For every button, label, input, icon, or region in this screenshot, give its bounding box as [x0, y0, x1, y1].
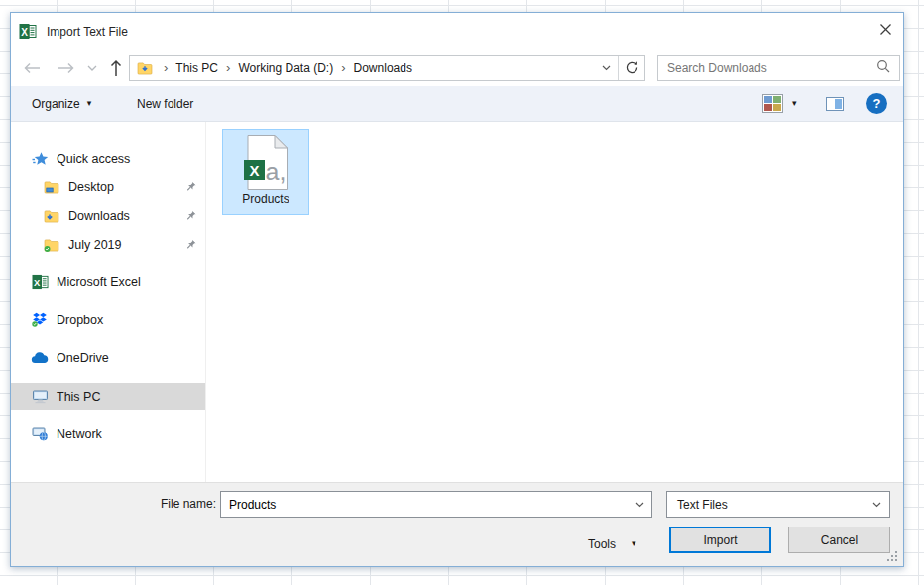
sidebar-item-july-2019[interactable]: July 2019 — [11, 231, 205, 258]
sidebar-item-label: Quick access — [57, 152, 130, 166]
recent-locations-chevron-icon[interactable] — [85, 57, 99, 80]
window-title: Import Text File — [47, 25, 128, 39]
sidebar-item-this-pc[interactable]: This PC — [11, 383, 205, 410]
quick-access-star-icon — [31, 151, 49, 167]
pin-icon — [181, 208, 199, 226]
title-bar: X Import Text File — [11, 13, 903, 51]
new-folder-label: New folder — [137, 97, 193, 111]
file-name-input[interactable] — [221, 498, 628, 512]
chevron-down-icon: ▾ — [87, 99, 92, 108]
search-input[interactable] — [667, 61, 876, 75]
preview-pane-button[interactable] — [826, 86, 844, 121]
back-arrow-icon[interactable] — [20, 57, 44, 80]
file-name-field-label: File name: — [11, 497, 216, 511]
breadcrumb-separator: › — [158, 60, 173, 75]
sidebar-item-label: Downloads — [68, 209, 130, 223]
excel-icon: X — [31, 274, 49, 290]
chevron-down-icon: ▾ — [792, 99, 797, 108]
breadcrumb-separator: › — [220, 60, 236, 75]
import-button-label: Import — [703, 533, 737, 547]
cancel-button[interactable]: Cancel — [788, 526, 890, 553]
sidebar-item-label: Desktop — [68, 180, 114, 194]
pin-icon — [181, 179, 199, 197]
file-list-area: X a, Products — [205, 122, 903, 482]
file-name-dropdown-chevron-icon[interactable] — [628, 502, 651, 508]
forward-arrow-icon[interactable] — [54, 57, 77, 80]
cancel-button-label: Cancel — [821, 533, 858, 547]
command-toolbar: Organize ▾ New folder ▾ ? — [11, 86, 903, 122]
svg-text:a,: a, — [266, 158, 287, 185]
dialog-footer: File name: Text Files Tools ▾ Import — [11, 482, 903, 566]
dialog-content: Quick access Desktop — [11, 122, 903, 482]
view-thumbnails-icon — [762, 94, 783, 113]
search-box — [657, 55, 900, 81]
sidebar-item-label: July 2019 — [68, 238, 122, 252]
sidebar-item-label: Network — [57, 427, 102, 441]
sidebar-item-network[interactable]: Network — [11, 420, 205, 447]
tools-dropdown[interactable]: Tools ▾ — [588, 530, 636, 557]
sidebar-item-desktop[interactable]: Desktop — [11, 174, 205, 200]
address-bar[interactable]: › This PC › Working Data (D:) › Download… — [129, 55, 645, 81]
preview-pane-icon — [826, 97, 844, 111]
tools-label: Tools — [588, 537, 616, 551]
svg-text:X: X — [249, 162, 259, 178]
file-name-combobox — [220, 491, 652, 518]
resize-grip[interactable] — [887, 551, 898, 562]
help-icon: ? — [873, 96, 881, 111]
dropbox-icon — [31, 312, 49, 327]
sidebar-item-dropbox[interactable]: Dropbox — [11, 306, 205, 333]
sidebar-item-label: This PC — [57, 390, 100, 404]
sidebar-item-downloads[interactable]: Downloads — [11, 202, 205, 229]
navigation-sidebar: Quick access Desktop — [11, 122, 205, 482]
sidebar-item-quick-access[interactable]: Quick access — [11, 145, 205, 172]
search-icon — [876, 59, 890, 77]
change-view-button[interactable]: ▾ — [762, 86, 797, 121]
organize-label: Organize — [32, 97, 80, 111]
sidebar-item-label: Microsoft Excel — [57, 275, 141, 289]
breadcrumb-this-pc[interactable]: This PC — [173, 61, 220, 75]
synced-folder-icon — [43, 238, 60, 252]
chevron-down-icon: ▾ — [632, 539, 636, 548]
sidebar-item-microsoft-excel[interactable]: X Microsoft Excel — [11, 268, 205, 294]
pin-icon — [181, 237, 199, 255]
svg-text:X: X — [34, 276, 41, 287]
sidebar-item-label: OneDrive — [57, 351, 109, 365]
help-button[interactable]: ? — [866, 93, 887, 114]
onedrive-icon — [31, 352, 49, 364]
file-item-products[interactable]: X a, Products — [222, 129, 309, 215]
address-dropdown-chevron-icon[interactable] — [594, 65, 618, 71]
desktop-folder-icon — [43, 180, 60, 194]
excel-text-file-icon: X a, — [243, 134, 289, 191]
up-arrow-icon[interactable] — [104, 57, 128, 80]
file-type-value: Text Files — [677, 498, 728, 512]
downloads-folder-icon — [43, 209, 60, 223]
import-text-file-dialog: X Import Text File — [10, 12, 904, 567]
network-icon — [31, 426, 49, 441]
excel-worksheet-background: X Import Text File — [0, 0, 924, 585]
file-type-select[interactable]: Text Files — [666, 491, 890, 518]
import-button[interactable]: Import — [669, 526, 771, 553]
downloads-folder-icon — [137, 61, 153, 75]
refresh-icon[interactable] — [618, 56, 644, 80]
excel-app-icon: X — [19, 23, 37, 44]
breadcrumb-separator: › — [335, 60, 351, 75]
navigation-bar: › This PC › Working Data (D:) › Download… — [11, 51, 903, 86]
this-pc-icon — [31, 389, 49, 404]
file-type-dropdown-chevron-icon — [865, 502, 888, 508]
svg-text:X: X — [21, 27, 28, 38]
sidebar-item-label: Dropbox — [57, 313, 103, 327]
organize-button[interactable]: Organize ▾ — [32, 86, 91, 121]
breadcrumb-downloads[interactable]: Downloads — [352, 61, 414, 75]
close-icon[interactable] — [876, 20, 895, 39]
new-folder-button[interactable]: New folder — [137, 86, 193, 121]
file-name-label: Products — [242, 192, 289, 206]
breadcrumb-working-data[interactable]: Working Data (D:) — [236, 61, 335, 75]
sidebar-item-onedrive[interactable]: OneDrive — [11, 344, 205, 371]
